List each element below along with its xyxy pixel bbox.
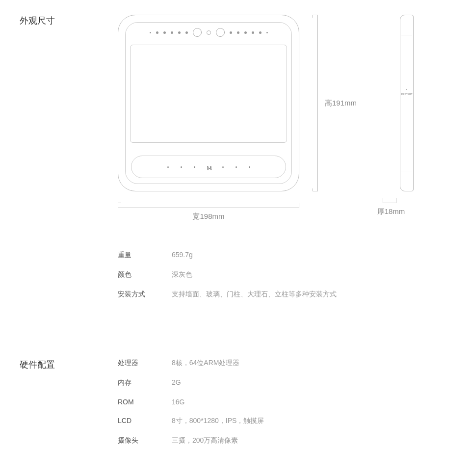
- button-dot: [181, 166, 182, 168]
- button-dot: [222, 166, 224, 168]
- side-view-block: RESTART 厚18mm: [366, 15, 414, 216]
- diagram-area: ⲙ 宽198mm 高191m: [118, 15, 451, 221]
- spec-row: 重量 659.7g: [118, 251, 451, 260]
- sensor-dot: [163, 31, 166, 34]
- spec-row: ROM 16G: [118, 398, 451, 406]
- spec-label: 重量: [118, 251, 172, 260]
- section-hardware: 硬件配置 处理器 8核，64位ARM处理器 内存 2G ROM 16G LCD …: [20, 359, 451, 456]
- spec-row: 摄像头 三摄，200万高清像素: [118, 436, 451, 445]
- device-front-outline: ⲙ: [118, 15, 299, 191]
- button-dot: [167, 166, 169, 168]
- spec-label: 处理器: [118, 359, 172, 368]
- sensor-dot: [156, 31, 158, 34]
- sensor-dot: [230, 31, 232, 34]
- side-seam: [401, 35, 412, 35]
- sensor-dot: [259, 31, 262, 34]
- spec-label: 颜色: [118, 270, 172, 279]
- sensor-dot: [237, 31, 239, 34]
- thickness-label: 厚18mm: [377, 207, 405, 216]
- width-label: 宽198mm: [118, 212, 299, 221]
- width-bracket-icon: [118, 203, 299, 208]
- height-label: 高191mm: [325, 99, 357, 108]
- spec-value: 2G: [172, 378, 181, 387]
- spec-value: 8寸，800*1280，IPS，触摸屏: [172, 417, 264, 425]
- camera-lens-small-icon: [207, 30, 211, 35]
- device-logo-icon: ⲙ: [207, 162, 210, 172]
- side-restart-label: RESTART: [401, 93, 413, 96]
- width-guide: 宽198mm: [118, 203, 299, 221]
- dimensions-spec-list: 重量 659.7g 颜色 深灰色 安装方式 支持墙面、玻璃、门柱、大理石、立柱等…: [118, 251, 451, 299]
- side-seam: [401, 171, 412, 171]
- spec-value: 16G: [172, 398, 184, 406]
- button-dot: [249, 166, 250, 168]
- spec-label: LCD: [118, 417, 172, 425]
- sensor-row: [118, 28, 299, 37]
- spec-label: 内存: [118, 378, 172, 387]
- spec-row: 处理器 8核，64位ARM处理器: [118, 359, 451, 368]
- spec-row: LCD 8寸，800*1280，IPS，触摸屏: [118, 417, 451, 425]
- device-side-view: RESTART: [400, 15, 414, 191]
- section-title-hardware: 硬件配置: [20, 359, 118, 456]
- spec-label: ROM: [118, 398, 172, 406]
- spec-value: 深灰色: [172, 270, 192, 279]
- section-dimensions: 外观尺寸: [20, 15, 451, 310]
- sensor-dot: [150, 32, 151, 33]
- spec-label: 安装方式: [118, 290, 172, 299]
- spec-value: 支持墙面、玻璃、门柱、大理石、立柱等多种安装方式: [172, 290, 337, 299]
- sensor-dot: [244, 31, 247, 34]
- height-guide: 高191mm: [313, 15, 357, 191]
- section-body-dimensions: ⲙ 宽198mm 高191m: [118, 15, 451, 310]
- front-view-block: ⲙ 宽198mm: [118, 15, 304, 221]
- spec-value: 659.7g: [172, 251, 193, 260]
- page-container: 外观尺寸: [0, 0, 471, 476]
- camera-lens-icon: [193, 28, 202, 37]
- button-dot: [236, 166, 237, 168]
- sensor-dot: [252, 31, 254, 34]
- thickness-bracket-icon: [383, 198, 396, 203]
- spec-value: 8核，64位ARM处理器: [172, 359, 239, 368]
- camera-lens-icon: [216, 28, 225, 37]
- side-indicator-dot: [406, 89, 407, 90]
- height-bracket-icon: [313, 15, 318, 191]
- device-button-bar: ⲙ: [131, 156, 286, 178]
- sensor-dot: [171, 31, 173, 34]
- device-front-view: ⲙ: [118, 15, 304, 196]
- sensor-dot: [178, 31, 181, 34]
- spec-row: 内存 2G: [118, 378, 451, 387]
- device-screen-outline: [130, 45, 287, 143]
- spec-row: 安装方式 支持墙面、玻璃、门柱、大理石、立柱等多种安装方式: [118, 290, 451, 299]
- sensor-dot: [266, 32, 268, 33]
- section-title-dimensions: 外观尺寸: [20, 15, 118, 310]
- spec-value: 三摄，200万高清像素: [172, 436, 238, 445]
- section-body-hardware: 处理器 8核，64位ARM处理器 内存 2G ROM 16G LCD 8寸，80…: [118, 359, 451, 456]
- button-dot: [194, 166, 195, 168]
- sensor-dot: [185, 31, 188, 34]
- spec-row: 颜色 深灰色: [118, 270, 451, 279]
- spec-label: 摄像头: [118, 436, 172, 445]
